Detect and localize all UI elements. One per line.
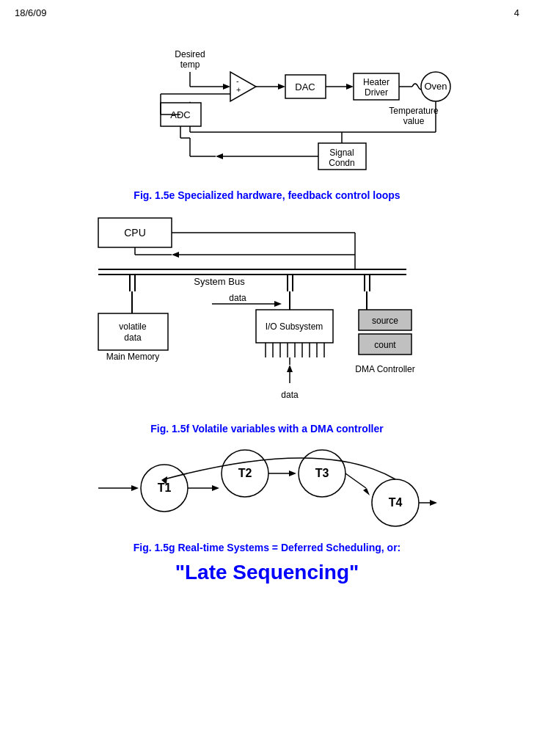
svg-text:T4: T4	[389, 496, 403, 509]
svg-text:DMA Controller: DMA Controller	[355, 364, 414, 374]
svg-text:T1: T1	[158, 481, 172, 494]
fig1-5e-section: Desired temp - + DAC Heater Driver	[0, 29, 534, 201]
svg-text:Temperature: Temperature	[389, 106, 439, 116]
svg-text:T3: T3	[315, 467, 329, 479]
fig1-5g-caption: Fig. 1.5g Real-time Systems = Deferred S…	[134, 542, 401, 553]
svg-text:count: count	[374, 340, 396, 350]
svg-text:data: data	[124, 332, 142, 343]
svg-text:System Bus: System Bus	[194, 276, 245, 287]
svg-marker-101	[363, 488, 370, 495]
svg-text:data: data	[229, 293, 246, 303]
svg-text:T2: T2	[238, 467, 252, 479]
svg-marker-93	[212, 485, 219, 491]
svg-text:temp: temp	[180, 59, 200, 70]
svg-line-100	[345, 473, 366, 488]
svg-text:Main Memory: Main Memory	[106, 352, 160, 362]
svg-text:Desired: Desired	[175, 49, 205, 59]
svg-text:Heater: Heater	[363, 77, 389, 87]
svg-text:Condn: Condn	[329, 158, 354, 168]
svg-marker-46	[172, 252, 179, 258]
svg-text:CPU: CPU	[124, 227, 146, 239]
fig1-5g-section: T1 T2 T3 T4 Fig.	[0, 448, 534, 584]
svg-text:value: value	[403, 116, 425, 126]
svg-marker-97	[289, 470, 296, 476]
svg-text:I/O Subsystem: I/O Subsystem	[266, 321, 323, 332]
svg-text:volatile: volatile	[119, 321, 147, 332]
svg-marker-35	[216, 153, 223, 159]
svg-marker-105	[430, 500, 437, 506]
svg-text:Driver: Driver	[365, 87, 388, 98]
svg-marker-9	[278, 84, 285, 90]
fig1-5e-caption: Fig. 1.5e Specialized hardware, feedback…	[134, 189, 400, 201]
svg-text:Signal: Signal	[329, 148, 354, 158]
svg-text:Oven: Oven	[424, 81, 447, 92]
svg-marker-86	[287, 365, 293, 372]
svg-rect-61	[98, 313, 168, 350]
svg-marker-89	[131, 485, 139, 491]
fig1-5g-diagram: T1 T2 T3 T4	[91, 448, 443, 536]
late-sequencing-label: "Late Sequencing"	[175, 561, 359, 584]
svg-text:source: source	[372, 316, 398, 326]
svg-marker-4	[223, 84, 230, 90]
svg-text:+: +	[236, 85, 241, 94]
svg-text:DAC: DAC	[295, 81, 315, 92]
svg-text:data: data	[281, 390, 299, 400]
page-number: 4	[514, 7, 519, 18]
fig1-5e-diagram: Desired temp - + DAC Heater Driver	[76, 29, 458, 183]
svg-marker-5	[230, 72, 256, 101]
svg-marker-54	[274, 301, 282, 307]
svg-marker-13	[346, 84, 354, 90]
fig1-5f-caption: Fig. 1.5f Volatile variables with a DMA …	[150, 423, 383, 435]
date-label: 18/6/09	[15, 7, 46, 18]
svg-text:-: -	[236, 76, 239, 85]
fig1-5f-diagram: CPU System Bus data	[76, 214, 458, 420]
fig1-5f-section: CPU System Bus data	[0, 214, 534, 435]
